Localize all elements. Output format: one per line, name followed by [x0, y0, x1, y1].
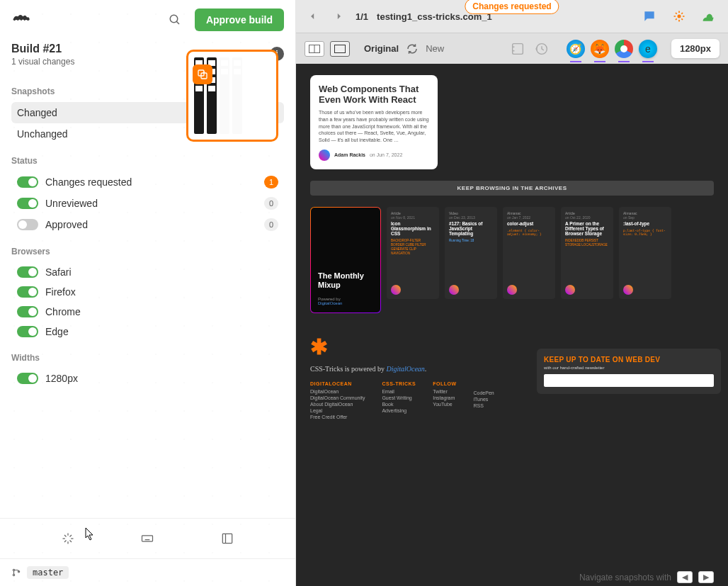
card-date: on Nov 8, 2021: [391, 215, 435, 220]
card-title: #127: Basics of JavaScript Templating: [449, 221, 493, 236]
browser-chrome[interactable]: Chrome: [11, 302, 284, 322]
card-title: Icon Glassmorphism in CSS: [391, 221, 435, 236]
card-code: p:last-of-type { font-size: 0.75em; }: [623, 229, 667, 236]
diff-badge-icon: [193, 64, 212, 84]
toggle-icon[interactable]: [17, 373, 38, 384]
ruler-icon[interactable]: [510, 41, 525, 57]
branch-name[interactable]: master: [27, 566, 69, 579]
toggle-icon[interactable]: [17, 306, 38, 317]
footer-col: DIGITALOCEANDigitalOceanDigitalOcean Com…: [310, 381, 365, 421]
avatar: [319, 150, 330, 161]
footer-link[interactable]: Instagram: [433, 395, 456, 400]
powered-text: CSS-Tricks is powered by: [310, 365, 385, 373]
svg-point-0: [170, 15, 178, 23]
promo-do: DigitalOcean: [318, 301, 373, 305]
width-label: 1280px: [45, 373, 278, 384]
toggle-icon[interactable]: [17, 326, 38, 337]
sparkle-icon[interactable]: [57, 527, 79, 550]
snapshot-thumbnail[interactable]: [186, 50, 278, 142]
footer-col: CSS-TRICKSEmailGuest WritingBookAdvertis…: [382, 381, 416, 421]
chrome-icon[interactable]: [615, 40, 633, 58]
card-tags: Running Time: 18: [449, 239, 493, 243]
footer-link[interactable]: DigitalOcean Community: [310, 395, 365, 400]
approve-button[interactable]: Approve build: [195, 9, 284, 31]
footer-link[interactable]: Email: [382, 389, 416, 394]
card-date: on Sep: [623, 215, 667, 220]
tab-original[interactable]: Original: [364, 43, 399, 54]
footer-link[interactable]: CodePen: [474, 390, 494, 395]
article-title: Web Components That Even Work With React: [319, 84, 429, 105]
site-footer: ✱ CSS-Tricks is powered by DigitalOcean.…: [310, 334, 714, 421]
footer-link[interactable]: DigitalOcean: [310, 389, 365, 394]
footer-link[interactable]: About DigitalOcean: [310, 402, 365, 407]
svg-rect-18: [335, 45, 346, 52]
footer-link[interactable]: Legal: [310, 408, 365, 413]
newsletter-sub: with our hand-crafted newsletter: [544, 366, 714, 370]
browser-label: Safari: [45, 266, 278, 278]
avatar: [623, 285, 633, 295]
panel-icon[interactable]: [216, 527, 239, 550]
status-unreviewed[interactable]: Unreviewed 0: [11, 193, 284, 214]
status-heading: Status: [11, 156, 284, 166]
promo-title: The Monthly Mixup: [318, 271, 373, 290]
status-changes-requested[interactable]: Changes requested 1: [11, 171, 284, 193]
app-logo[interactable]: [11, 10, 31, 30]
prev-arrow-icon[interactable]: [305, 8, 322, 25]
status-label: Unreviewed: [45, 198, 257, 209]
footer-link[interactable]: Guest Writing: [382, 395, 416, 400]
footer-link[interactable]: RSS: [474, 403, 494, 408]
footer-link[interactable]: YouTube: [433, 402, 456, 407]
safari-icon[interactable]: 🧭: [567, 40, 585, 58]
footer-link[interactable]: Free Credit Offer: [310, 415, 365, 419]
comment-icon[interactable]: [639, 6, 660, 27]
footer-col-title: CSS-TRICKS: [382, 381, 416, 386]
tab-new[interactable]: New: [426, 43, 444, 54]
svg-point-12: [13, 569, 14, 570]
toggle-icon[interactable]: [17, 198, 38, 209]
mini-card: Almanacon Sep:last-of-typep:last-of-type…: [619, 207, 671, 299]
footer-col-title: DIGITALOCEAN: [310, 381, 365, 386]
status-label: Changes requested: [45, 176, 257, 188]
footer-link[interactable]: Advertising: [382, 408, 416, 413]
nav-hint-text: Navigate snapshots with: [579, 573, 671, 582]
card-code: .element { color-adjust: economy; }: [507, 229, 551, 236]
footer-link[interactable]: iTunes: [474, 397, 494, 402]
footer-link[interactable]: Book: [382, 402, 416, 407]
keyboard-icon[interactable]: [136, 527, 159, 550]
toggle-icon[interactable]: [17, 266, 38, 278]
status-approved[interactable]: Approved 0: [11, 214, 284, 235]
browser-safari[interactable]: Safari: [11, 262, 284, 282]
browser-firefox[interactable]: Firefox: [11, 282, 284, 302]
width-selector[interactable]: 1280px: [671, 39, 720, 58]
toggle-icon[interactable]: [17, 219, 38, 230]
newsletter-box: KEEP UP TO DATE ON WEB DEV with our hand…: [537, 349, 721, 394]
browser-edge[interactable]: Edge: [11, 322, 284, 342]
approve-icon[interactable]: [698, 6, 720, 27]
branch-icon: [11, 568, 21, 577]
split-view-icon[interactable]: [305, 41, 324, 57]
flag-icon[interactable]: [669, 6, 690, 27]
footer-col: CodePeniTunesRSS: [474, 381, 494, 421]
edge-icon[interactable]: e: [639, 40, 657, 58]
single-view-icon[interactable]: [330, 41, 350, 57]
svg-line-1: [176, 21, 179, 24]
history-icon[interactable]: [534, 41, 550, 57]
card-date: on Oct 22, 2020: [565, 215, 609, 220]
newsletter-input[interactable]: [544, 374, 714, 387]
toggle-icon[interactable]: [17, 286, 38, 298]
search-icon[interactable]: [164, 9, 186, 31]
toggle-icon[interactable]: [17, 176, 38, 188]
mini-card: Articleon Oct 22, 2020A Primer on the Di…: [561, 207, 613, 299]
status-chip: Changes requested: [465, 0, 559, 14]
footer-link[interactable]: Twitter: [433, 389, 456, 394]
firefox-icon[interactable]: 🦊: [591, 40, 609, 58]
cycle-icon[interactable]: [406, 43, 419, 55]
avatar: [391, 285, 401, 295]
width-1280[interactable]: 1280px: [11, 368, 284, 388]
card-title: color-adjust: [507, 221, 551, 226]
do-link: DigitalOcean: [386, 365, 424, 373]
next-arrow-icon[interactable]: [330, 8, 347, 25]
count-badge: 0: [264, 218, 278, 231]
svg-rect-19: [513, 43, 523, 54]
svg-point-15: [678, 15, 681, 18]
